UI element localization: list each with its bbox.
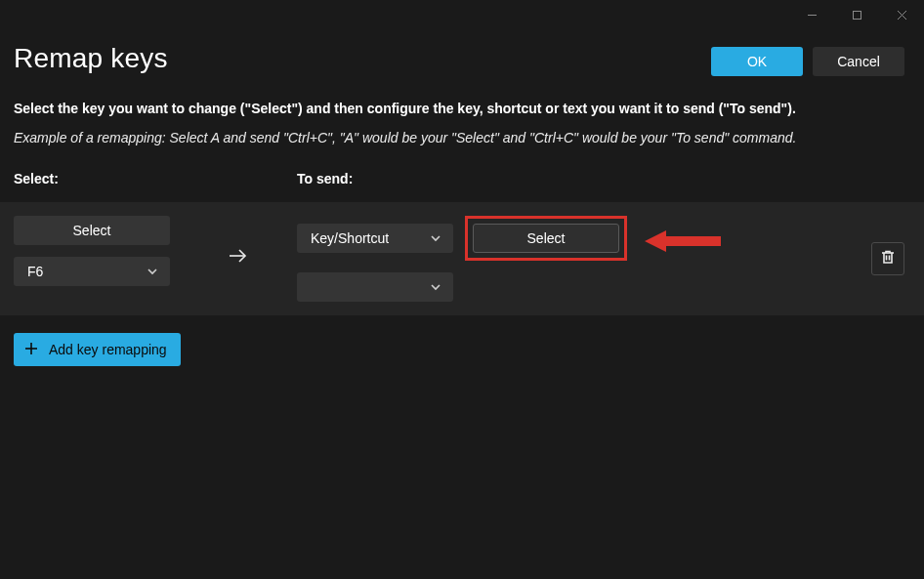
svg-rect-1 xyxy=(853,11,861,19)
minimize-icon[interactable] xyxy=(789,0,834,29)
send-column-header: To send: xyxy=(297,171,353,186)
cancel-button[interactable]: Cancel xyxy=(813,47,904,76)
ok-button[interactable]: OK xyxy=(711,47,803,76)
select-target-key-button[interactable]: Select xyxy=(473,224,619,253)
chevron-down-icon xyxy=(147,266,158,277)
page-title: Remap keys xyxy=(14,43,168,74)
target-type-value: Key/Shortcut xyxy=(311,230,389,246)
target-type-dropdown[interactable]: Key/Shortcut xyxy=(297,224,453,253)
close-icon[interactable] xyxy=(879,0,924,29)
example-text: Example of a remapping: Select A and sen… xyxy=(14,129,910,148)
highlighted-select-target: Select xyxy=(465,216,627,261)
maximize-icon[interactable] xyxy=(834,0,879,29)
plus-icon xyxy=(23,341,39,359)
trash-icon xyxy=(880,249,896,269)
delete-row-button[interactable] xyxy=(871,242,904,275)
chevron-down-icon xyxy=(430,232,441,244)
select-source-key-button[interactable]: Select xyxy=(14,216,170,245)
add-key-remapping-label: Add key remapping xyxy=(49,342,167,357)
target-key-dropdown[interactable] xyxy=(297,272,453,302)
remap-row: Select F6 Key/Shortcut Select xyxy=(0,202,924,315)
instruction-text: Select the key you want to change ("Sele… xyxy=(14,100,910,119)
chevron-down-icon xyxy=(430,281,441,293)
source-key-value: F6 xyxy=(27,264,43,279)
arrow-right-icon xyxy=(180,216,297,269)
source-key-dropdown[interactable]: F6 xyxy=(14,257,170,286)
add-key-remapping-button[interactable]: Add key remapping xyxy=(14,333,181,366)
select-column-header: Select: xyxy=(14,171,297,186)
window-titlebar xyxy=(789,0,924,29)
